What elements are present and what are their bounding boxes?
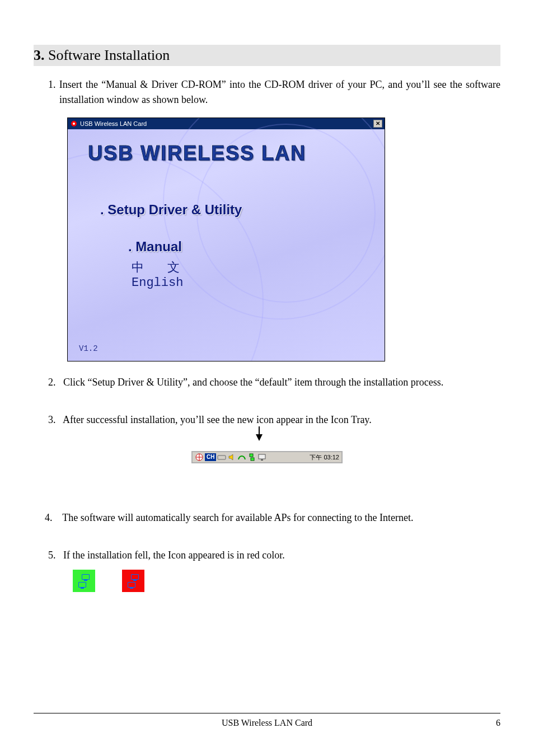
svg-rect-6: [259, 454, 265, 459]
step-text: After successful installation, you’ll se…: [63, 414, 372, 425]
tray-sound-icon: [227, 453, 236, 462]
instruction-list: 1. Insert the “Manual & Driver CD-ROM” i…: [34, 77, 500, 107]
page-footer: USB Wireless LAN Card 6: [34, 713, 500, 728]
step-4: 4. The software will automatically searc…: [63, 510, 500, 525]
page-number: 6: [496, 718, 500, 728]
step-text: Insert the “Manual & Driver CD-ROM” into…: [59, 79, 500, 105]
svg-point-1: [73, 123, 75, 125]
failed-icon: [122, 570, 144, 592]
tray-swoosh-icon: [237, 453, 246, 462]
tray-lang-badge: CH: [205, 453, 216, 461]
tray-screenshot: CH 下午 03:12: [191, 434, 343, 463]
manual-chinese-link[interactable]: 中 文: [132, 259, 185, 276]
tray-monitor-icon: [257, 453, 266, 462]
connected-icon: [73, 570, 95, 592]
window-title: USB Wireless LAN Card: [80, 120, 147, 127]
instruction-list-cont2: 4. The software will automatically searc…: [34, 510, 500, 563]
step-text: If the installation fell, the Icon appea…: [63, 550, 285, 561]
manual-english-link[interactable]: English: [132, 276, 183, 290]
tray-globe-icon: [195, 453, 204, 462]
step-2: 2. Click “Setup Driver & Utility”, and c…: [59, 375, 500, 390]
svg-rect-7: [261, 459, 263, 461]
section-title: Software Installation: [45, 47, 170, 63]
close-icon[interactable]: ✕: [373, 120, 382, 128]
system-tray: CH 下午 03:12: [191, 451, 343, 463]
app-icon: [70, 120, 78, 128]
step-text: Click “Setup Driver & Utility”, and choo…: [63, 377, 443, 388]
svg-rect-5: [251, 458, 254, 461]
step-5: 5. If the installation fell, the Icon ap…: [59, 548, 500, 563]
section-header: 3. Software Installation: [34, 45, 500, 66]
tray-clock: 下午 03:12: [310, 453, 339, 462]
decorative-circle: [67, 152, 264, 361]
svg-rect-4: [250, 454, 253, 457]
instruction-list-cont: 2. Click “Setup Driver & Utility”, and c…: [34, 375, 500, 428]
installer-window: USB Wireless LAN Card ✕ USB WIRELESS LAN…: [67, 118, 385, 361]
version-label: V1.2: [79, 344, 98, 353]
setup-driver-link[interactable]: . Setup Driver & Utility: [100, 202, 242, 218]
installer-banner: USB WIRELESS LAN: [88, 142, 306, 165]
manual-heading: . Manual: [128, 239, 182, 255]
tray-keyboard-icon: [217, 453, 226, 462]
titlebar: USB Wireless LAN Card ✕: [68, 118, 385, 129]
step-3: 3. After successful installation, you’ll…: [59, 412, 500, 428]
arrow-down-icon: [259, 434, 343, 451]
tray-network-icon: [247, 453, 256, 462]
status-icons-row: [73, 570, 500, 592]
step-text: The software will automatically search f…: [62, 512, 413, 523]
installer-body: USB WIRELESS LAN . Setup Driver & Utilit…: [68, 129, 385, 361]
section-number: 3.: [34, 47, 45, 63]
footer-text: USB Wireless LAN Card: [222, 718, 312, 728]
step-1: 1. Insert the “Manual & Driver CD-ROM” i…: [59, 77, 500, 107]
svg-rect-3: [218, 456, 226, 459]
